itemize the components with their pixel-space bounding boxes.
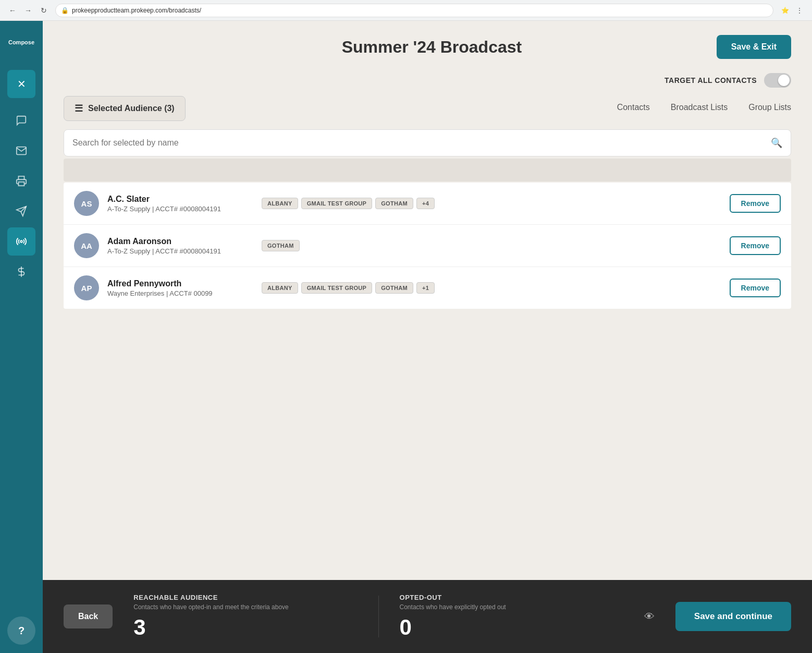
contact-name: Alfred Pennyworth	[107, 279, 253, 288]
search-icon: 🔍	[771, 137, 782, 149]
url-text: prokeepproductteam.prokeep.com/broadcast…	[72, 7, 201, 14]
contact-list: AS A.C. Slater A-To-Z Supply | ACCT# #00…	[64, 183, 791, 309]
top-header: Summer '24 Broadcast Save & Exit	[43, 21, 812, 73]
table-header	[64, 159, 791, 182]
sidebar-item-billing[interactable]	[7, 258, 35, 286]
footer-divider	[378, 596, 379, 637]
reachable-title: REACHABLE AUDIENCE	[133, 594, 357, 601]
tag: +4	[416, 198, 435, 209]
sidebar-logo: Compose	[0, 21, 43, 64]
avatar: AA	[74, 233, 99, 258]
footer: Back REACHABLE AUDIENCE Contacts who hav…	[43, 580, 812, 653]
reachable-audience-stat: REACHABLE AUDIENCE Contacts who have opt…	[133, 594, 357, 640]
target-all-row: TARGET ALL CONTACTS	[64, 73, 791, 88]
page-title: Summer '24 Broadcast	[147, 38, 717, 57]
tab-contacts[interactable]: Contacts	[617, 103, 650, 114]
tag: GMAIL TEST GROUP	[301, 282, 373, 294]
svg-rect-0	[19, 182, 24, 186]
opted-out-desc: Contacts who have explicitly opted out	[400, 603, 623, 611]
contact-info: A.C. Slater A-To-Z Supply | ACCT# #00080…	[107, 195, 253, 213]
target-all-label: TARGET ALL CONTACTS	[665, 76, 757, 84]
selected-audience-label: Selected Audience (3)	[88, 104, 175, 113]
contact-row: AA Adam Aaronson A-To-Z Supply | ACCT# #…	[64, 225, 791, 267]
contact-tags: GOTHAM	[262, 240, 721, 251]
reachable-desc: Contacts who have opted-in and meet the …	[133, 603, 357, 611]
save-exit-button[interactable]: Save & Exit	[717, 35, 791, 59]
tag: GOTHAM	[375, 198, 413, 209]
sidebar-item-close[interactable]: ✕	[7, 70, 35, 98]
contact-company: Wayne Enterprises | ACCT# 00099	[107, 289, 253, 297]
selected-audience-button[interactable]: ☰ Selected Audience (3)	[64, 96, 186, 121]
opted-out-stat: OPTED-OUT Contacts who have explicitly o…	[400, 594, 623, 640]
avatar: AS	[74, 191, 99, 216]
tag: ALBANY	[262, 198, 298, 209]
contact-info: Alfred Pennyworth Wayne Enterprises | AC…	[107, 279, 253, 297]
search-input[interactable]	[72, 138, 771, 148]
remove-button[interactable]: Remove	[730, 236, 781, 255]
browser-action-1[interactable]: ⭐	[779, 4, 791, 17]
tag: GOTHAM	[262, 240, 300, 251]
forward-nav-btn[interactable]: →	[22, 4, 34, 17]
contact-tags: ALBANY GMAIL TEST GROUP GOTHAM +4	[262, 198, 721, 209]
opted-out-value: 0	[400, 615, 623, 640]
toggle-knob	[778, 75, 790, 86]
contact-name: Adam Aaronson	[107, 237, 253, 246]
sidebar-item-print[interactable]	[7, 167, 35, 195]
refresh-btn[interactable]: ↻	[38, 4, 50, 17]
browser-action-2[interactable]: ⋮	[793, 4, 806, 17]
save-continue-button[interactable]: Save and continue	[675, 602, 791, 631]
tag: GMAIL TEST GROUP	[301, 198, 373, 209]
eye-icon[interactable]: 👁	[644, 611, 655, 623]
filter-icon: ☰	[75, 103, 83, 114]
help-label: ?	[18, 625, 24, 637]
contact-tags: ALBANY GMAIL TEST GROUP GOTHAM +1	[262, 282, 721, 294]
url-bar[interactable]: 🔒 prokeepproductteam.prokeep.com/broadca…	[55, 4, 773, 17]
opted-out-title: OPTED-OUT	[400, 594, 623, 601]
sidebar-help-btn[interactable]: ?	[7, 616, 35, 645]
sidebar-item-broadcast[interactable]	[7, 227, 35, 256]
contact-info: Adam Aaronson A-To-Z Supply | ACCT# #000…	[107, 237, 253, 255]
search-bar: 🔍	[64, 129, 791, 156]
sidebar: Compose ✕ ?	[0, 21, 43, 653]
avatar: AP	[74, 275, 99, 300]
sidebar-item-send[interactable]	[7, 197, 35, 225]
tag: ALBANY	[262, 282, 298, 294]
tag: +1	[416, 282, 435, 294]
back-nav-btn[interactable]: ←	[6, 4, 19, 17]
tab-group-lists[interactable]: Group Lists	[748, 103, 791, 114]
tab-broadcast-lists[interactable]: Broadcast Lists	[671, 103, 728, 114]
audience-tabs: Contacts Broadcast Lists Group Lists	[617, 103, 791, 114]
sidebar-item-email[interactable]	[7, 137, 35, 165]
contact-company: A-To-Z Supply | ACCT# #0008004191	[107, 205, 253, 213]
lock-icon: 🔒	[61, 7, 69, 14]
browser-bar: ← → ↻ 🔒 prokeepproductteam.prokeep.com/b…	[0, 0, 812, 21]
audience-bar: ☰ Selected Audience (3) Contacts Broadca…	[64, 96, 791, 121]
tag: GOTHAM	[375, 282, 413, 294]
back-button[interactable]: Back	[64, 604, 113, 628]
contact-company: A-To-Z Supply | ACCT# #0008004191	[107, 247, 253, 255]
svg-point-3	[20, 240, 22, 243]
contact-row: AP Alfred Pennyworth Wayne Enterprises |…	[64, 267, 791, 309]
contact-row: AS A.C. Slater A-To-Z Supply | ACCT# #00…	[64, 183, 791, 225]
target-all-toggle[interactable]	[764, 73, 791, 88]
remove-button[interactable]: Remove	[730, 194, 781, 213]
sidebar-item-chat[interactable]	[7, 106, 35, 135]
reachable-value: 3	[133, 615, 357, 640]
contact-name: A.C. Slater	[107, 195, 253, 204]
remove-button[interactable]: Remove	[730, 279, 781, 297]
